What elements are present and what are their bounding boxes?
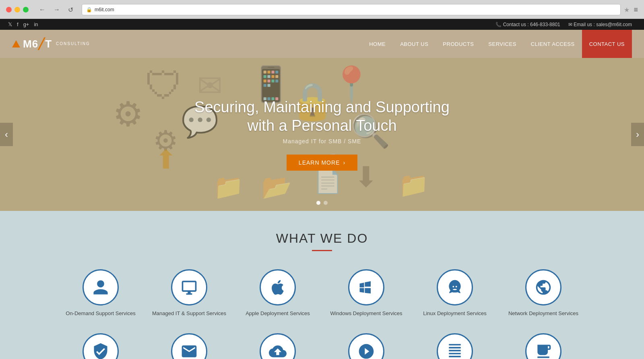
service-windows[interactable]: Windows Deployment Services: [322, 265, 411, 321]
hero-subtitle: Managed IT for SMB / SME: [194, 138, 450, 144]
minimize-window-btn[interactable]: [14, 7, 20, 12]
top-bar: 𝕏 f g+ in 📞 Contact us : 646-833-8801 ✉ …: [0, 19, 644, 30]
twitter-icon[interactable]: 𝕏: [8, 21, 12, 27]
monitor-icon: [180, 279, 198, 296]
logo-m6it-text: M6╱T: [23, 38, 52, 50]
linux-icon-circle: [437, 269, 473, 305]
close-window-btn[interactable]: [6, 7, 12, 12]
url-text: m6it.com: [95, 7, 114, 12]
managed-it-icon-circle: [171, 269, 207, 305]
section-divider: [312, 250, 332, 251]
logo[interactable]: M6╱T CONSULTING: [12, 38, 90, 50]
nav-links: HOME ABOUT US PRODUCTS SERVICES CLIENT A…: [362, 30, 632, 58]
learn-more-button[interactable]: LEARN MORE ›: [287, 155, 357, 171]
network-label: Network Deployment Services: [508, 310, 578, 317]
folder-bg-icon-1: 📁: [213, 173, 244, 201]
carousel-next-button[interactable]: ›: [631, 123, 644, 146]
on-demand-icon-circle: [83, 269, 119, 305]
carousel-prev-button[interactable]: ‹: [0, 123, 13, 146]
monitoring-icon: [357, 342, 375, 359]
virtualization-icon-circle: [525, 333, 561, 359]
back-button[interactable]: ←: [37, 5, 48, 14]
service-monitoring[interactable]: Monitoring Solutions: [322, 329, 411, 359]
service-backup[interactable]: Backup Solutions: [233, 329, 322, 359]
windows-icon-circle: [348, 269, 384, 305]
hero-section: 🛡 ⚙ ⚙ 💬 ✉ 📱 🔒 📍 🔍 ⬆ ☁ ⬇ 📁 📂 📁: [0, 58, 644, 211]
apple-icon: [269, 279, 287, 296]
section-title: WHAT WE DO: [12, 231, 632, 246]
bookmark-button[interactable]: ★: [624, 6, 630, 14]
folder-bg-icon-3: 📁: [398, 171, 429, 199]
nav-home[interactable]: HOME: [362, 30, 393, 58]
virtualization-icon: [535, 342, 552, 359]
backup-icon-circle: [260, 333, 296, 359]
carousel-dot-1[interactable]: [316, 201, 320, 205]
google-plus-icon[interactable]: g+: [23, 21, 29, 27]
service-security[interactable]: Security Solutions: [56, 329, 145, 359]
carousel-dots: [316, 201, 328, 205]
cloud-server-icon-circle: [437, 333, 473, 359]
backup-icon: [269, 342, 287, 359]
windows-label: Windows Deployment Services: [330, 310, 402, 317]
network-icon-circle: [525, 269, 561, 305]
hero-content: Securing, Maintaining and Supporting wit…: [194, 98, 450, 171]
service-managed-it[interactable]: Managed IT & Support Services: [145, 265, 233, 321]
service-apple[interactable]: Apple Deployment Services: [233, 265, 322, 321]
nav-about[interactable]: ABOUT US: [393, 30, 436, 58]
browser-chrome: ← → ↺ 🔒 m6it.com ★ ≡: [0, 0, 644, 19]
email-info: ✉ Email us : sales@m6it.com: [568, 22, 632, 27]
service-on-demand[interactable]: On-Demand Support Services: [56, 265, 145, 321]
address-bar[interactable]: 🔒 m6it.com: [82, 4, 621, 15]
email-icon-circle: [171, 333, 207, 359]
network-icon: [535, 279, 552, 296]
refresh-button[interactable]: ↺: [66, 5, 76, 14]
logo-triangle-icon: [12, 40, 20, 47]
logo-consulting-text: CONSULTING: [56, 41, 90, 46]
navbar: M6╱T CONSULTING HOME ABOUT US PRODUCTS S…: [0, 30, 644, 58]
email-solutions-icon: [180, 342, 198, 359]
window-controls: [6, 7, 29, 12]
ssl-icon: 🔒: [86, 7, 92, 12]
folder-bg-icon-2: 📂: [262, 173, 292, 201]
shield-bg-icon: 🛡: [145, 64, 183, 108]
on-demand-label: On-Demand Support Services: [66, 310, 135, 317]
website: 𝕏 f g+ in 📞 Contact us : 646-833-8801 ✉ …: [0, 19, 644, 359]
browser-menu-button[interactable]: ≡: [634, 6, 638, 14]
gear-bg-icon-1: ⚙: [113, 94, 143, 134]
browser-navigation: ← → ↺: [37, 5, 76, 14]
phone-info: 📞 Contact us : 646-833-8801: [495, 22, 560, 27]
maximize-window-btn[interactable]: [23, 7, 29, 12]
nav-contact-us[interactable]: CONTACT US: [582, 30, 632, 58]
forward-button[interactable]: →: [51, 5, 62, 14]
apple-label: Apple Deployment Services: [246, 310, 310, 317]
nav-client-access[interactable]: CLIENT ACCESS: [524, 30, 582, 58]
contact-info: 📞 Contact us : 646-833-8801 ✉ Email us :…: [495, 22, 632, 27]
service-cloud-server[interactable]: Cloud Server Solutions: [411, 329, 499, 359]
managed-it-label: Managed IT & Support Services: [152, 310, 226, 317]
windows-icon: [357, 279, 375, 296]
facebook-icon[interactable]: f: [17, 21, 19, 27]
cloud-server-icon: [446, 342, 464, 359]
security-icon-circle: [83, 333, 119, 359]
person-icon: [92, 279, 109, 296]
service-network[interactable]: Network Deployment Services: [499, 265, 588, 321]
service-virtualization[interactable]: Virtualization Solutions: [499, 329, 588, 359]
service-email[interactable]: Email Solutions: [145, 329, 233, 359]
service-linux[interactable]: Linux Deployment Services: [411, 265, 499, 321]
carousel-dot-2[interactable]: [324, 201, 328, 205]
linux-icon: [446, 279, 464, 296]
linux-label: Linux Deployment Services: [423, 310, 487, 317]
apple-icon-circle: [260, 269, 296, 305]
shield-security-icon: [92, 342, 109, 359]
services-grid: On-Demand Support Services Managed IT & …: [40, 265, 604, 359]
upload-bg-icon: ⬆: [155, 144, 177, 175]
monitoring-icon-circle: [348, 333, 384, 359]
doc-bg-icon: 📄: [314, 169, 342, 195]
linkedin-icon[interactable]: in: [34, 21, 38, 27]
social-icons-group: 𝕏 f g+ in: [8, 21, 38, 27]
what-we-do-section: WHAT WE DO On-Demand Support Services Ma…: [0, 211, 644, 359]
hero-title: Securing, Maintaining and Supporting wit…: [194, 98, 450, 135]
nav-products[interactable]: PRODUCTS: [436, 30, 481, 58]
nav-services[interactable]: SERVICES: [481, 30, 524, 58]
